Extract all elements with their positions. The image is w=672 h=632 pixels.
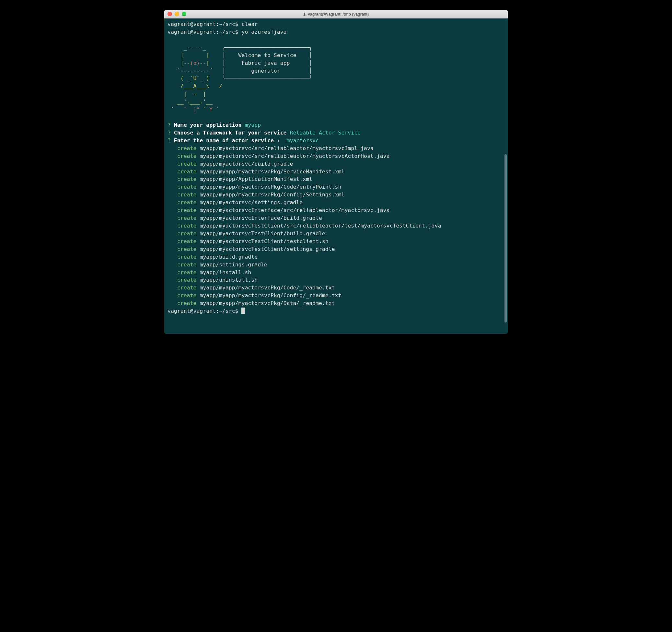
create-label: create [177,300,197,306]
file-path: myapp/myactorsvcTestClient/testclient.sh [199,238,328,244]
create-label: create [177,215,197,221]
file-path: myapp/myactorsvcTestClient/build.gradle [199,230,325,237]
create-label: create [177,176,197,182]
file-path: myapp/myapp/myactorsvcPkg/Config/Setting… [199,191,344,198]
create-label: create [177,285,197,291]
file-path: myapp/build.gradle [199,254,258,260]
file-path: myapp/settings.gradle [199,261,267,268]
terminal-body[interactable]: vagrant@vagrant:~/src$ clear vagrant@vag… [164,19,508,334]
question-mark: ? [168,137,171,144]
scrollbar[interactable] [504,20,507,332]
window-title: 1. vagrant@vagrant: /tmp (vagrant) [164,12,508,17]
create-label: create [177,277,197,283]
prompt-line-2: vagrant@vagrant:~/src$ [168,29,241,35]
create-label: create [177,238,197,244]
file-path: myapp/myapp/myactorsvcPkg/Data/_readme.t… [199,300,335,306]
create-label: create [177,246,197,252]
terminal-window: 1. vagrant@vagrant: /tmp (vagrant) vagra… [164,10,508,334]
create-label: create [177,184,197,190]
file-path: myapp/myactorsvc/settings.gradle [199,199,303,206]
create-label: create [177,145,197,151]
file-path: myapp/myactorsvc/src/reliableactor/myact… [199,153,389,159]
question-1: Name your application [171,122,245,128]
file-path: myapp/myactorsvc/build.gradle [199,161,293,167]
create-label: create [177,261,197,268]
command-2: yo azuresfjava [241,29,286,35]
answer-3: myactorsvc [287,137,319,144]
question-2: Choose a framework for your service [171,130,290,136]
create-label: create [177,191,197,198]
answer-2: Reliable Actor Service [290,130,361,136]
create-label: create [177,254,197,260]
file-path: myapp/myactorsvcInterface/src/reliableac… [199,207,389,213]
answer-1: myapp [245,122,261,128]
create-label: create [177,207,197,213]
command-1: clear [241,21,258,27]
file-path: myapp/myactorsvcInterface/build.gradle [199,215,322,221]
file-path: myapp/myapp/myactorsvcPkg/Config/_readme… [199,292,341,299]
create-label: create [177,161,197,167]
create-label: create [177,199,197,206]
create-label: create [177,292,197,299]
create-lines: create myapp/myactorsvc/src/reliableacto… [168,145,441,306]
file-path: myapp/myapp/myactorsvcPkg/Code/entryPoin… [199,184,341,190]
prompt-line-1: vagrant@vagrant:~/src$ [168,21,241,27]
file-path: myapp/myapp/myactorsvcPkg/Code/_readme.t… [199,285,335,291]
question-3: Enter the name of actor service : [171,137,287,144]
question-mark: ? [168,122,171,128]
cursor-icon [241,308,245,314]
file-path: myapp/uninstall.sh [199,277,258,283]
create-label: create [177,168,197,175]
titlebar: 1. vagrant@vagrant: /tmp (vagrant) [164,10,508,19]
file-path: myapp/myactorsvcTestClient/src/reliablea… [199,223,441,229]
file-path: myapp/myactorsvcTestClient/settings.grad… [199,246,335,252]
create-label: create [177,269,197,276]
create-label: create [177,230,197,237]
yeoman-art: _-----_ [168,44,222,51]
create-label: create [177,223,197,229]
file-path: myapp/myapp/myactorsvcPkg/ServiceManifes… [199,168,344,175]
file-path: myapp/myapp/ApplicationManifest.xml [199,176,312,182]
create-label: create [177,153,197,159]
prompt-line-3: vagrant@vagrant:~/src$ [168,308,241,314]
question-mark: ? [168,130,171,136]
scrollbar-thumb[interactable] [504,154,507,323]
file-path: myapp/install.sh [199,269,251,276]
file-path: myapp/myactorsvc/src/reliableactor/myact… [199,145,373,151]
